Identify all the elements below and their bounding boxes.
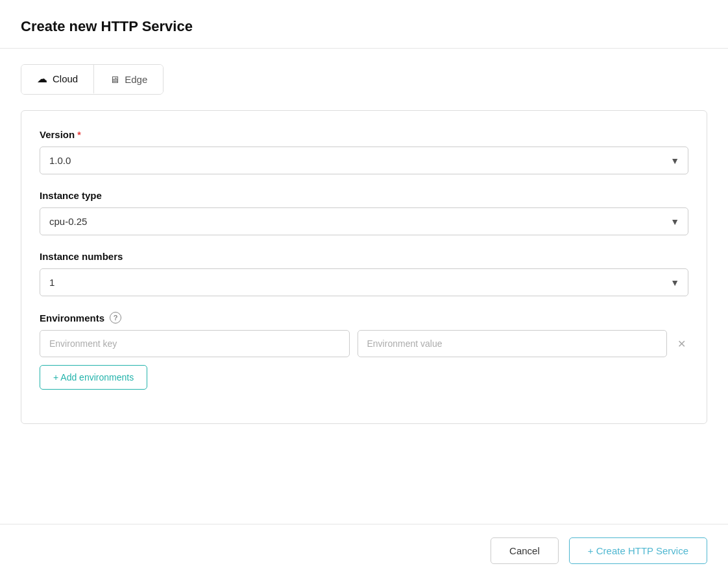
env-value-input[interactable] bbox=[358, 330, 668, 357]
instance-numbers-select-wrapper: 1 2 3 4 5 ▼ bbox=[40, 268, 688, 296]
dialog-footer: Cancel + Create HTTP Service bbox=[0, 524, 728, 577]
cancel-button[interactable]: Cancel bbox=[491, 537, 559, 564]
instance-numbers-select[interactable]: 1 2 3 4 5 bbox=[40, 268, 688, 296]
tab-cloud[interactable]: ☁ Cloud bbox=[21, 65, 94, 94]
add-environments-label: + Add environments bbox=[53, 372, 134, 383]
instance-type-label: Instance type bbox=[40, 190, 688, 201]
version-field-group: Version * 1.0.0 1.1.0 2.0.0 ▼ bbox=[40, 129, 688, 174]
version-select-wrapper: 1.0.0 1.1.0 2.0.0 ▼ bbox=[40, 147, 688, 174]
version-label: Version * bbox=[40, 129, 688, 140]
env-key-input[interactable] bbox=[40, 330, 350, 357]
dialog-title: Create new HTTP Service bbox=[21, 18, 707, 35]
instance-type-select[interactable]: cpu-0.25 cpu-0.5 cpu-1 cpu-2 bbox=[40, 207, 688, 235]
env-row: ✕ bbox=[40, 330, 688, 357]
version-select[interactable]: 1.0.0 1.1.0 2.0.0 bbox=[40, 147, 688, 174]
instance-type-field-group: Instance type cpu-0.25 cpu-0.5 cpu-1 cpu… bbox=[40, 190, 688, 235]
env-remove-button[interactable]: ✕ bbox=[675, 335, 688, 353]
instance-type-select-wrapper: cpu-0.25 cpu-0.5 cpu-1 cpu-2 ▼ bbox=[40, 207, 688, 235]
dialog-header: Create new HTTP Service bbox=[0, 0, 728, 49]
add-environments-button[interactable]: + Add environments bbox=[40, 365, 147, 390]
create-http-service-dialog: Create new HTTP Service ☁ Cloud 🖥 Edge V… bbox=[0, 0, 728, 577]
close-icon: ✕ bbox=[677, 338, 686, 350]
monitor-icon: 🖥 bbox=[110, 74, 119, 85]
instance-numbers-field-group: Instance numbers 1 2 3 4 5 ▼ bbox=[40, 251, 688, 296]
tab-cloud-label: Cloud bbox=[53, 73, 78, 84]
dialog-body: ☁ Cloud 🖥 Edge Version * 1.0.0 1.1.0 bbox=[0, 49, 728, 524]
cloud-icon: ☁ bbox=[37, 73, 47, 85]
version-required-star: * bbox=[77, 130, 80, 140]
tab-panel-cloud: Version * 1.0.0 1.1.0 2.0.0 ▼ Instance t… bbox=[21, 110, 707, 424]
tab-group: ☁ Cloud 🖥 Edge bbox=[21, 64, 164, 95]
environments-help-icon[interactable]: ? bbox=[110, 312, 121, 324]
create-http-service-button[interactable]: + Create HTTP Service bbox=[569, 537, 707, 564]
instance-numbers-label: Instance numbers bbox=[40, 251, 688, 262]
environments-field-group: Environments ? ✕ + Add environments bbox=[40, 312, 688, 390]
tab-edge[interactable]: 🖥 Edge bbox=[94, 65, 163, 94]
create-http-service-label: + Create HTTP Service bbox=[588, 545, 688, 556]
tab-edge-label: Edge bbox=[125, 74, 147, 85]
environments-label: Environments ? bbox=[40, 312, 688, 324]
